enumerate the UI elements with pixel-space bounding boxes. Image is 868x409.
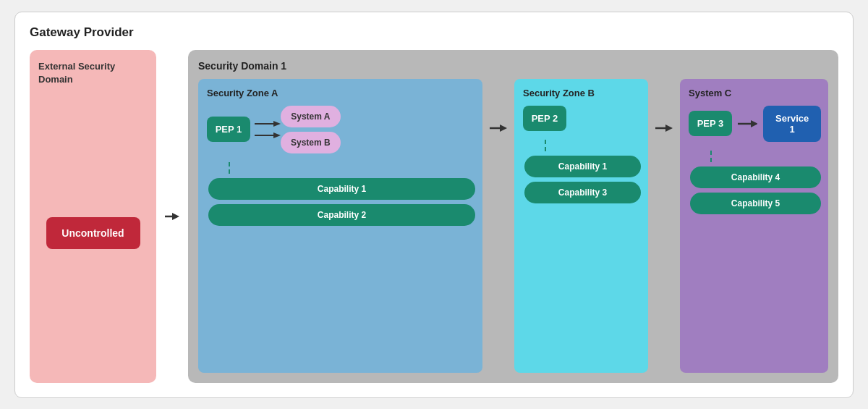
security-zone-b: Security Zone B PEP 2 Capability 1 Capab…: [514, 79, 648, 373]
page-title: Gateway Provider: [30, 25, 838, 40]
arrow-to-system-a: [255, 119, 281, 128]
arrow-zone-a-to-b: [490, 122, 507, 134]
dashed-connector-a: [229, 162, 475, 174]
arrow-pep3-to-service: [738, 118, 757, 130]
pep3-box: PEP 3: [689, 111, 732, 136]
pep1-box: PEP 1: [207, 117, 250, 142]
zone-a-label: Security Zone A: [207, 88, 475, 98]
external-security-domain: External SecurityDomain Uncontrolled: [30, 50, 156, 383]
dashed-connector-c: [710, 151, 821, 162]
svg-marker-7: [500, 125, 507, 132]
capability-1-b: Capability 1: [524, 156, 641, 177]
service-1-box: Service 1: [763, 106, 821, 142]
svg-marker-1: [172, 213, 179, 220]
arrow-ext-to-pep1: [165, 211, 179, 222]
uncontrolled-box: Uncontrolled: [46, 217, 140, 249]
system-a-pill: System A: [281, 106, 341, 127]
capability-3-b: Capability 3: [524, 182, 641, 203]
svg-marker-3: [273, 121, 281, 127]
svg-marker-11: [751, 120, 757, 127]
system-b-pill: System B: [281, 132, 341, 153]
capability-4-c: Capability 4: [690, 166, 821, 188]
system-c-label: System C: [689, 88, 821, 98]
external-domain-label: External SecurityDomain: [38, 60, 148, 86]
pep2-box: PEP 2: [523, 106, 566, 131]
security-domain-1: Security Domain 1 Security Zone A PEP 1: [188, 50, 838, 383]
arrow-to-system-b: [255, 131, 281, 140]
gateway-provider-container: Gateway Provider External SecurityDomain…: [14, 12, 854, 398]
security-zone-a: Security Zone A PEP 1: [198, 79, 482, 373]
capability-5-c: Capability 5: [690, 193, 821, 214]
svg-marker-9: [665, 125, 673, 132]
svg-marker-5: [273, 132, 281, 138]
security-domain1-label: Security Domain 1: [198, 60, 828, 72]
capability-1-a: Capability 1: [208, 178, 475, 200]
arrow-zone-b-to-c: [655, 122, 673, 134]
capability-2-a: Capability 2: [208, 204, 475, 226]
system-c: System C PEP 3 Service 1: [680, 79, 828, 373]
zone-b-label: Security Zone B: [523, 88, 641, 98]
dashed-connector-b: [545, 140, 641, 151]
